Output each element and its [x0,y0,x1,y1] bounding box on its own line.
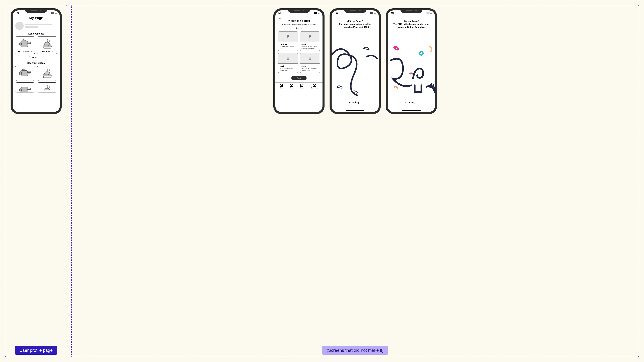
avatar[interactable] [15,22,24,30]
achievement-caption: CHILD AT HEART [40,51,54,52]
option-desc: You can't help but open cabinets loudly [280,67,296,71]
status-time: 8:00 [334,12,338,14]
image-placeholder-icon [278,53,298,64]
phone-notch [344,8,366,13]
back-arrow-icon[interactable]: ← [278,17,281,20]
badge-poop-icon [38,67,56,79]
svg-rect-15 [20,88,22,92]
badge-poop-icon [38,38,56,50]
option-title: Sleepy [302,65,318,67]
quiz-title: Match me a ride! [276,19,322,23]
badge-poop-icon [38,84,56,92]
fun-fact: Playland was previously called “Happylan… [332,23,379,28]
tab-icon [313,84,316,87]
option-title: Loud [280,65,296,67]
dot-active [296,27,297,29]
achievement-card[interactable]: CHILD AT HEART [37,36,57,54]
svg-point-26 [420,52,423,55]
prize-card[interactable]: HATERS [15,66,36,81]
tab-map[interactable]: Map [290,84,293,89]
tab-icon [280,84,282,87]
achievement-caption: WENT ON 50% RIDES [17,51,33,52]
tab-icon [300,84,303,87]
svg-rect-7 [21,70,28,76]
dot [300,27,302,29]
fun-fact: The PNE is the largest employer of youth… [388,23,435,28]
prizes-heading: See your prizes [12,62,60,64]
phone-notch [25,8,47,13]
svg-rect-13 [43,76,51,78]
phone-notch [400,8,422,13]
dot [298,27,300,29]
achievements-grid: HATERS WENT ON 50% RIDES [12,36,60,54]
svg-point-12 [48,74,48,75]
status-indicators: ◦◦◦▮▮▮▭ [368,12,376,14]
tab-label: Map [290,87,293,89]
tab-label: Search [300,87,304,89]
svg-text:HATERS: HATERS [27,42,31,43]
did-you-know: Did you know? [388,20,435,22]
tab-home[interactable]: Home [280,84,283,89]
svg-point-23 [288,58,288,58]
prize-card[interactable] [37,66,57,81]
option-desc: You're not much of a talker when you fir… [302,46,318,49]
section-label-left: User profile page [15,346,57,355]
achievements-heading: Achievements [12,32,60,35]
section-label-right: (Screens that did not make it) [322,346,388,355]
home-indicator [402,110,420,111]
status-time: 9:41 [16,12,19,14]
option-title: Quiet [302,43,318,45]
svg-text:HATERS: HATERS [27,89,31,90]
image-placeholder-icon [300,31,320,42]
status-indicators: ◦◦◦▮▮▮▭ [49,12,57,14]
tab-search[interactable]: Search [300,84,304,89]
loading-text: Loading... [388,101,435,104]
badge-fist-icon: HATERS [16,67,34,79]
option-desc: You love waking with the sun! [280,46,296,49]
tab-game-center[interactable]: Game Center [311,84,318,89]
image-placeholder-icon [300,53,320,64]
quiz-option[interactable]: Early BirdYou love waking with the sun! [278,31,298,51]
tab-icon [290,84,293,87]
svg-point-25 [309,58,310,58]
phone-notch [288,8,310,13]
phone-loading-2: 8:00 ◦◦◦▮▮▮▭ Did you know? The PNE is th… [386,8,437,114]
profile-name-placeholder [25,24,57,28]
section-user-profile: 9:41 ◦◦◦▮▮▮▭ My Page Achievements [5,5,67,357]
tab-label: Game Center [311,87,318,89]
quiz-option[interactable]: QuietYou're not much of a talker when yo… [300,31,320,51]
quiz-option[interactable]: SleepyYou could do with another 14 hours… [300,53,320,73]
quiz-subtitle: Choose what best describes you in the mo… [276,24,322,25]
option-title: Early Bird [280,43,296,45]
status-indicators: ◦◦◦▮▮▮▭ [424,12,432,14]
svg-point-11 [46,74,46,75]
quiz-option[interactable]: LoudYou can't help but open cabinets lou… [278,53,298,73]
loading-text: Loading... [332,101,379,104]
achievement-card[interactable]: HATERS WENT ON 50% RIDES [15,36,36,54]
phone-loading-1: 8:00 ◦◦◦▮▮▮▭ Did you know? Playland was … [330,8,381,114]
phone-quiz: 9:41 ◦◦◦▮▮▮▭ ← Match me a ride! Choose w… [273,8,324,114]
option-desc: You could do with another 14 hours of sl… [302,67,318,71]
section-rejected-screens: 9:41 ◦◦◦▮▮▮▭ ← Match me a ride! Choose w… [71,5,639,357]
prize-card[interactable] [37,82,57,92]
svg-rect-6 [43,47,51,48]
see-all-button[interactable]: SEE ALL [29,56,44,59]
svg-rect-14 [21,87,28,92]
prize-card[interactable]: HATERS [15,82,36,92]
tab-label: Home [280,87,283,89]
tab-bar: Home Map Search Game Center [276,82,322,92]
svg-rect-1 [20,42,22,46]
quiz-options: Early BirdYou love waking with the sun! … [276,31,322,73]
profile-header [12,22,60,30]
svg-point-19 [288,36,288,36]
svg-point-4 [46,45,46,45]
loading-illustration [388,28,435,112]
prizes-grid: HATERS [12,66,60,92]
badge-fist-icon: HATERS [16,84,34,92]
next-button[interactable]: Next [291,76,306,80]
svg-rect-8 [20,72,22,75]
svg-rect-0 [21,41,28,47]
home-indicator [346,110,364,111]
svg-text:HATERS: HATERS [27,72,31,73]
did-you-know: Did you know? [332,20,379,22]
